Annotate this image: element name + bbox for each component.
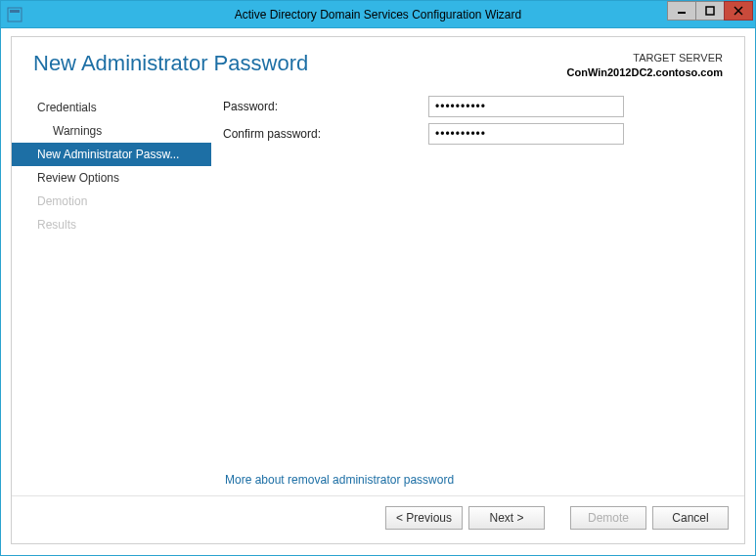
step-sidebar: Credentials Warnings New Administrator P… [12, 92, 211, 236]
window-title: Active Directory Domain Services Configu… [1, 8, 755, 21]
password-input[interactable] [428, 96, 624, 117]
row-confirm-password: Confirm password: [223, 123, 721, 145]
target-server-label: TARGET SERVER [567, 51, 723, 65]
close-button[interactable] [724, 1, 753, 21]
confirm-password-label: Confirm password: [223, 127, 428, 141]
page-title: New Administrator Password [33, 51, 308, 76]
svg-rect-1 [10, 10, 20, 13]
password-label: Password: [223, 100, 428, 113]
app-icon [7, 7, 22, 22]
wizard-header: New Administrator Password TARGET SERVER… [12, 37, 744, 86]
button-bar: < Previous Next > Demote Cancel [385, 506, 729, 530]
sidebar-item-new-admin-password[interactable]: New Administrator Passw... [12, 143, 211, 166]
svg-rect-3 [706, 7, 714, 15]
maximize-button[interactable] [695, 1, 725, 21]
minimize-icon [677, 6, 687, 16]
window-controls [668, 1, 753, 21]
help-link[interactable]: More about removal administrator passwor… [225, 473, 454, 487]
title-bar: Active Directory Domain Services Configu… [1, 1, 755, 28]
confirm-password-input[interactable] [428, 123, 624, 145]
target-server-host: ConWin2012DC2.contoso.com [567, 65, 723, 80]
sidebar-item-warnings[interactable]: Warnings [12, 119, 211, 143]
demote-button[interactable]: Demote [570, 506, 646, 530]
maximize-icon [705, 6, 715, 16]
close-icon [734, 6, 743, 16]
form-area: Password: Confirm password: [211, 92, 744, 236]
target-server-block: TARGET SERVER ConWin2012DC2.contoso.com [567, 51, 723, 80]
sidebar-item-demotion: Demotion [12, 190, 211, 213]
button-gap [551, 506, 564, 530]
row-password: Password: [223, 96, 721, 117]
cancel-button[interactable]: Cancel [652, 506, 729, 530]
sidebar-item-results: Results [12, 213, 211, 236]
next-button[interactable]: Next > [468, 506, 545, 530]
sidebar-item-credentials[interactable]: Credentials [12, 96, 211, 119]
previous-button[interactable]: < Previous [385, 506, 463, 530]
minimize-button[interactable] [667, 1, 696, 21]
sidebar-item-review-options[interactable]: Review Options [12, 166, 211, 190]
wizard-body: Credentials Warnings New Administrator P… [12, 86, 744, 236]
wizard-frame: New Administrator Password TARGET SERVER… [11, 36, 745, 544]
button-divider [12, 495, 744, 496]
